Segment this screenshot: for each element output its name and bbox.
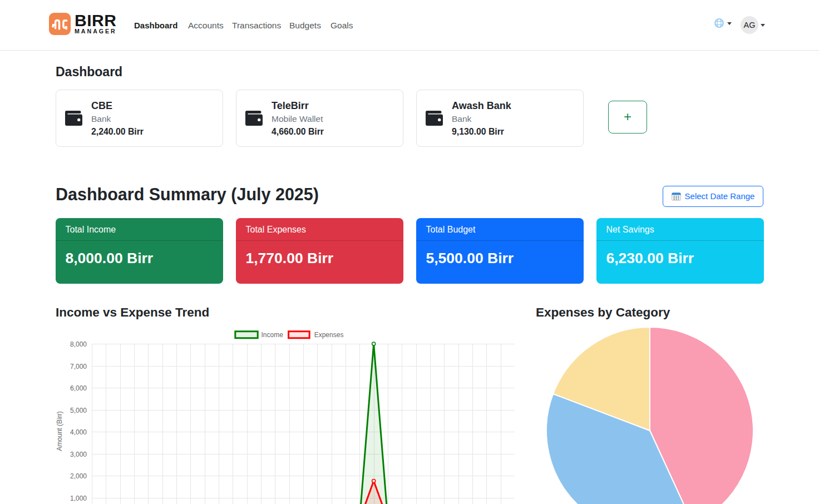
svg-text:Income: Income (262, 331, 284, 339)
svg-text:1,000: 1,000 (70, 495, 87, 502)
svg-text:5,000: 5,000 (70, 407, 87, 414)
svg-text:6,000: 6,000 (70, 384, 87, 392)
svg-text:2,000: 2,000 (70, 472, 87, 480)
svg-text:Expenses: Expenses (314, 331, 344, 339)
svg-text:4,000: 4,000 (70, 428, 87, 436)
svg-text:8,000: 8,000 (70, 340, 87, 348)
svg-text:Amount (Birr): Amount (Birr) (56, 411, 63, 451)
svg-text:3,000: 3,000 (70, 451, 87, 458)
svg-text:7,000: 7,000 (70, 363, 87, 370)
